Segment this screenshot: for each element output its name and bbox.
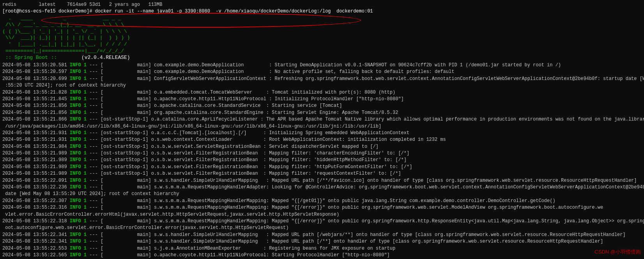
log-level: INFO 1 (70, 130, 89, 136)
log-level: INFO 1 (70, 198, 89, 204)
log-line: 2024-05-08 13:55:21.989 INFO 1 --- [ost-… (2, 164, 642, 170)
log-line: 2024-05-08 13:55:21.984 INFO 1 --- [ost-… (2, 144, 642, 150)
log-datetime: 2024-05-08 13:55:20.699 (2, 76, 70, 82)
spring-boot-label: :: Spring Boot :: (v2.0.4.RELEASE) (2, 55, 642, 61)
log-line: 2024-05-08 13:55:21.989 INFO 1 --- [ost-… (2, 157, 642, 163)
log-thread: --- [ main] (89, 178, 151, 183)
log-datetime: 2024-05-08 13:55:21.984 (2, 144, 70, 149)
log-datetime: 2024-05-08 13:55:21.828 (2, 90, 70, 95)
log-level: INFO 1 (70, 103, 89, 108)
log-level: INFO 1 (70, 178, 89, 183)
log-line: oot.autoconfigure.web.servlet.error.Basi… (2, 225, 642, 231)
log-thread: --- [ost-startStop-1] (89, 157, 148, 163)
log-class: com.example.demo.DemoApplication (151, 62, 269, 68)
log-class: o.a.c.c.C.[Tomcat].[localhost].[/] (148, 130, 263, 136)
log-line: 2024-05-08 13:55:22.316 INFO 1 --- [ mai… (2, 204, 642, 211)
log-level: INFO 1 (70, 171, 89, 176)
log-msg: : Mapping filter: 'httpPutFormContentFil… (264, 164, 412, 170)
log-line: 2024-05-08 13:55:22.341 INFO 1 --- [ mai… (2, 238, 642, 245)
log-msg: : Starting Servlet Engine: Apache Tomcat… (266, 110, 398, 115)
log-level: INFO 1 (70, 144, 89, 149)
log-datetime: 2024-05-08 13:55:21.989 (2, 171, 70, 176)
log-level: INFO 1 (70, 232, 89, 238)
log-thread: --- [ost-startStop-1] (89, 171, 148, 176)
log-msg: : Mapped "{[/error]}" onto public org.sp… (266, 218, 644, 224)
spring-logo-line-2: /\\ / ___'_ __ _ _(_)_ __ __ _ \ \ \ \ (2, 22, 642, 28)
log-datetime: 2024-05-08 13:55:21.856 (2, 103, 70, 108)
log-thread: --- [ost-startStop-1] (89, 130, 148, 136)
log-datetime: 2024-05-08 13:55:22.236 (2, 184, 70, 190)
log-datetime: 2024-05-08 13:55:20.597 (2, 69, 70, 75)
log-datetime: 2024-05-08 13:55:21.866 (2, 117, 70, 122)
log-datetime: 2024-05-08 13:55:21.931 (2, 137, 70, 142)
log-thread: --- [ main] (89, 198, 151, 204)
spring-logo-line-3: ( ( )\___ | '_ | '_| | '_ \/ _` | \ \ \ … (2, 28, 642, 35)
log-line: 2024-05-08 13:55:22.318 INFO 1 --- [ mai… (2, 218, 642, 225)
log-msg: : Mapped "{[/get01]}" onto public java.l… (266, 198, 556, 204)
log-class: o.s.b.w.servlet.FilterRegistrationBean (148, 164, 263, 170)
log-class: s.w.s.m.m.a.RequestMappingHandlerAdapter (151, 184, 266, 190)
log-datetime: 2024-05-08 13:55:21.845 (2, 96, 70, 102)
log-line: 2024-05-08 13:55:21.856 INFO 1 --- [ mai… (2, 110, 642, 116)
log-msg: : Starting ProtocolHandler ["http-nio-80… (266, 252, 390, 258)
log-line: 2024-05-08 13:55:22.307 INFO 1 --- [ mai… (2, 198, 642, 204)
log-thread: --- [ main] (89, 239, 151, 244)
log-class: s.w.s.m.m.a.RequestMappingHandlerMapping (151, 198, 266, 204)
log-thread: --- [ main] (89, 246, 151, 251)
log-datetime: 2024-05-08 13:55:21.989 (2, 157, 70, 163)
redis-line: redis latest 7614ae9 53d1 2 years ago 11… (2, 2, 642, 8)
log-datetime: 2024-05-08 13:55:22.341 (2, 239, 70, 244)
log-class: o.s.b.w.servlet.ServletRegistrationBean (148, 144, 263, 149)
log-class: o.apache.catalina.core.StandardService (151, 103, 266, 108)
log-level: INFO 1 (70, 157, 89, 163)
log-msg: : Mapped "{[/error]}" onto public org.sp… (266, 205, 603, 210)
log-line: 2024-05-08 13:55:20.699 INFO 1 --- [ mai… (2, 76, 642, 82)
log-class: s.j.e.a.AnnotationMBeanExporter (151, 246, 264, 251)
log-line: 2024-05-08 13:55:22.553 INFO 1 --- [ mai… (2, 245, 642, 252)
log-datetime: 2024-05-08 13:55:21.989 (2, 151, 70, 156)
log-thread: --- [ main] (89, 76, 151, 82)
log-class: s.w.s.handler.SimpleUrlHandlerMapping (151, 178, 266, 183)
log-msg: : The APR based Apache Tomcat Native lib… (261, 117, 644, 122)
log-class: o.apache.coyote.http11.Http11NioProtocol (151, 252, 266, 258)
log-datetime: 2024-05-08 13:55:22.091 (2, 178, 70, 183)
log-class: o.s.b.w.servlet.FilterRegistrationBean (148, 151, 263, 156)
log-class: s.w.s.m.m.a.RequestMappingHandlerMapping (151, 218, 266, 224)
log-datetime: 2024-05-08 13:55:22.316 (2, 205, 70, 210)
log-line: 2024-05-08 13:55:22.236 INFO 1 --- [ mai… (2, 184, 642, 191)
log-thread: --- [ main] (89, 69, 151, 75)
log-line: 2024-05-08 13:55:20.581 INFO 1 --- [ mai… (2, 62, 642, 69)
spring-logo-line-4: \\/ ___)| |_)| | | | | || (_| | ) ) ) ) (2, 35, 642, 41)
log-datetime: 2024-05-08 13:55:22.341 (2, 232, 70, 238)
log-thread: --- [ main] (89, 103, 151, 108)
log-class: o.s.b.w.servlet.FilterRegistrationBean (148, 171, 263, 176)
log-level: INFO 1 (70, 110, 89, 115)
log-level: INFO 1 (70, 164, 89, 170)
log-thread: --- [ main] (89, 218, 151, 224)
log-datetime: 2024-05-08 13:55:22.318 (2, 218, 70, 224)
log-line: 2024-05-08 13:55:22.341 INFO 1 --- [ mai… (2, 232, 642, 238)
spring-version: (v2.0.4.RELEASE) (81, 55, 130, 60)
log-line: 2024-05-08 13:55:21.931 INFO 1 --- [ost-… (2, 137, 642, 143)
log-thread: --- [ main] (89, 110, 151, 115)
log-class: o.a.embedded.tomcat.TomcatWebServer (151, 90, 266, 95)
log-class: ConfigServletWebServerApplicationContext (151, 76, 269, 82)
log-level: INFO 1 (70, 239, 89, 244)
log-line: 2024-05-08 13:55:21.856 INFO 1 --- [ mai… (2, 103, 642, 109)
log-thread: --- [ main] (89, 205, 151, 210)
log-msg: : Initializing Spring embedded WebApplic… (264, 130, 409, 136)
log-line: 2024-05-08 13:55:21.989 INFO 1 --- [ost-… (2, 150, 642, 157)
log-thread: --- [ main] (89, 252, 151, 258)
log-class: o.a.catalina.core.AprLifecycleListener (148, 117, 260, 122)
log-class: org.apache.catalina.core.StandardEngine (151, 110, 266, 115)
log-thread: --- [ost-startStop-1] (89, 164, 148, 170)
log-datetime: 2024-05-08 13:55:20.581 (2, 62, 70, 68)
log-thread: --- [ main] (89, 96, 151, 102)
log-line: 2024-05-08 13:55:22.565 INFO 1 --- [ mai… (2, 252, 642, 259)
log-thread: --- [ost-startStop-1] (89, 151, 148, 156)
log-line: 2024-05-08 13:55:21.828 INFO 1 --- [ mai… (2, 89, 642, 96)
log-msg: : No active profile set, falling back to… (269, 69, 454, 75)
log-line: 2024-05-08 13:55:21.989 INFO 1 --- [ost-… (2, 170, 642, 177)
log-level: INFO 1 (70, 218, 89, 224)
log-msg: : Looking for @ControllerAdvice: org.spr… (266, 184, 644, 190)
